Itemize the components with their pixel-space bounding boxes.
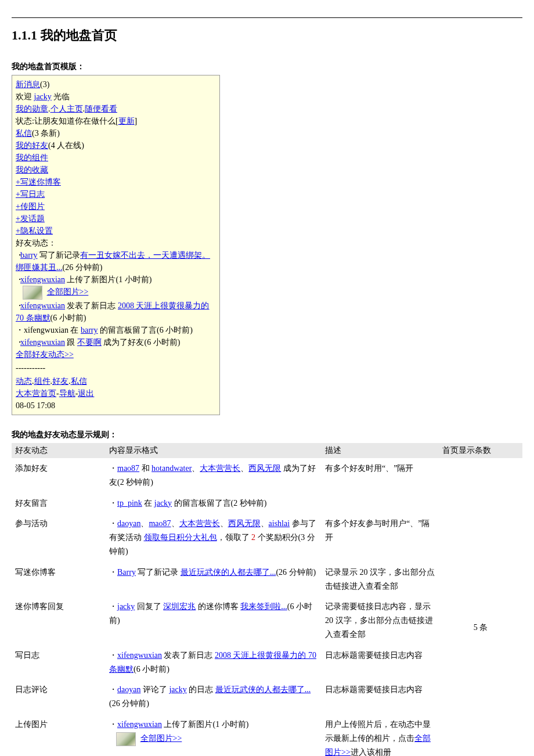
r1-u2[interactable]: hotandwater [151, 464, 192, 473]
r3-u2[interactable]: mao87 [149, 519, 171, 528]
r7-u2[interactable]: jacky [169, 685, 186, 694]
r3-u5[interactable]: aishlai [269, 519, 290, 528]
favorites-link[interactable]: 我的收藏 [16, 165, 48, 174]
feed-item-2: ・xifengwuxian 上传了新图片(1 小时前) [16, 273, 216, 286]
feed5-user-link[interactable]: xifengwuxian [20, 338, 65, 347]
cell-desc: 日志标题需要链接日志内容 [322, 679, 439, 714]
random-look-link[interactable]: 随便看看 [85, 105, 117, 113]
cell-desc: 有多个好友参与时用户“、”隔开 [322, 513, 439, 561]
cell-format: ・Barry 写了新记录 最近玩武侠的人都去哪了...(26 分钟前) [106, 562, 322, 597]
r6-u1[interactable]: xifengwuxian [117, 651, 162, 660]
r5-t2: 的迷你博客 [196, 602, 240, 611]
th-format: 内容显示格式 [106, 443, 322, 458]
my-badge-link[interactable]: 我的勋章 [16, 105, 48, 113]
r8-u1[interactable]: xifengwuxian [117, 720, 162, 729]
modules-link[interactable]: 我的组件 [16, 153, 48, 162]
cell-format: ・daoyan、mao87、大本营营长、西风无限、aishlai 参与了有奖活动… [106, 513, 322, 561]
feed3-user-link[interactable]: xifengwuxian [20, 301, 65, 310]
nav-modules-link[interactable]: 组件 [34, 377, 50, 386]
r5-u1[interactable]: jacky [117, 602, 135, 611]
bottom-nav-2: 大本营首页-导航-退出 [16, 387, 216, 399]
r4-u1[interactable]: Barry [117, 568, 136, 577]
nav-guide-link[interactable]: 导航 [59, 389, 75, 398]
nav-home-link[interactable]: 大本营首页 [16, 389, 56, 398]
newmsg-count: (3) [40, 80, 49, 89]
feed5-friend-link[interactable]: 不要啊 [77, 338, 102, 347]
feed4-post: 的留言板留了言(6 小时前) [98, 326, 193, 334]
r3-u4[interactable]: 西风无限 [228, 519, 261, 528]
r1-u1[interactable]: mao87 [117, 464, 139, 473]
mail-link[interactable]: 私信 [16, 129, 32, 138]
r3-red: 2 [251, 533, 255, 542]
r4-link[interactable]: 最近玩武侠的人都去哪了... [181, 568, 276, 577]
mail-count: (3 条新) [32, 129, 60, 138]
status-update-link[interactable]: 更新 [118, 117, 135, 125]
rules-table: 好友动态 内容显示格式 描述 首页显示条数 添加好友 ・mao87 和 hota… [12, 443, 522, 756]
r8-desc-post: 进入该相册 [351, 748, 391, 756]
template-label: 我的地盘首页模版： [12, 62, 522, 72]
feed3-text1: 发表了新日志 [65, 301, 118, 310]
r3-u1[interactable]: daoyan [117, 519, 140, 528]
my-home-link[interactable]: 个人主页 [50, 105, 83, 113]
cell-desc [322, 493, 439, 514]
r3-link[interactable]: 领取每日积分大礼包 [144, 533, 217, 542]
cell-type: 写迷你博客 [12, 562, 106, 597]
write-mini-link[interactable]: +写迷你博客 [16, 178, 61, 186]
feed2-user-link[interactable]: xifengwuxian [20, 275, 65, 284]
r8-allpics-link[interactable]: 全部图片>> [140, 734, 182, 743]
cell-desc: 有多个好友时用“、”隔开 [322, 458, 439, 493]
cell-format: ・xifengwuxian 上传了新图片(1 小时前) 全部图片>> [106, 714, 322, 756]
nav-friends-link[interactable]: 好友 [52, 377, 68, 386]
upload-pic-link[interactable]: +传图片 [16, 202, 45, 211]
r4-t1: 写了新记录 [136, 568, 181, 577]
table-header-row: 好友动态 内容显示格式 描述 首页显示条数 [12, 443, 522, 458]
feed-item-1: ・barry 写了新记录有一丑女嫁不出去，一天遭遇绑架。绑匪嫌其丑...(26 … [16, 249, 216, 273]
r5-u2[interactable]: 深圳宏兆 [163, 602, 196, 611]
r3-u3[interactable]: 大本营营长 [179, 519, 220, 528]
mail-row: 私信(3 条新) [16, 127, 216, 139]
rules-label: 我的地盘好友动态显示规则： [12, 430, 522, 440]
th-desc: 描述 [322, 443, 439, 458]
feed1-user-link[interactable]: barry [20, 251, 38, 260]
r6-time: (6 小时前) [134, 665, 169, 674]
r2-t2: 的留言板留了言(2 秒钟前) [172, 499, 266, 507]
r2-u2[interactable]: jacky [154, 499, 172, 507]
r7-t1: 评论了 [140, 685, 169, 694]
cell-desc: 记录需要链接日志内容，显示 20 汉字，多出部分点击链接进入查看全部 [322, 596, 439, 645]
all-feed-link[interactable]: 全部好友动态>> [16, 350, 74, 359]
friends-count: (4 人在线) [48, 141, 84, 150]
status-row: 状态:让朋友知道你在做什么[更新] [16, 115, 216, 127]
cell-desc: 记录显示 20 汉字，多出部分点击链接进入查看全部 [322, 562, 439, 597]
r8-thumb-icon[interactable] [116, 732, 136, 746]
write-diary-link[interactable]: +写日志 [16, 190, 45, 199]
welcome-user-link[interactable]: jacky [34, 92, 52, 101]
feed3-time: (6 小时前) [50, 314, 86, 322]
feed-item-4: ・xifengwuxian 在 barry 的留言板留了言(6 小时前) [16, 324, 216, 336]
nav-mail-link[interactable]: 私信 [71, 377, 87, 386]
post-topic-link[interactable]: +发话题 [16, 214, 45, 223]
cell-desc: 用户上传照片后，在动态中显示最新上传的相片，点击全部图片>>进入该相册 [322, 714, 439, 756]
cell-type: 写日志 [12, 645, 106, 680]
r3-s4: 、 [261, 519, 269, 528]
nav-feed-link[interactable]: 动态 [16, 377, 32, 386]
cell-type: 添加好友 [12, 458, 106, 493]
all-pics-link[interactable]: 全部图片>> [47, 287, 89, 296]
feed1-text1: 写了新记录 [38, 251, 81, 260]
r1-u3[interactable]: 大本营营长 [200, 464, 240, 473]
r5-link[interactable]: 我来签到啦... [240, 602, 287, 611]
r7-u1[interactable]: daoyan [117, 685, 140, 694]
privacy-link[interactable]: +隐私设置 [16, 226, 53, 235]
newmsg-link[interactable]: 新消息 [16, 80, 40, 89]
r4-time: (26 分钟前) [276, 568, 316, 577]
r2-u1[interactable]: tp_pink [117, 499, 142, 507]
friends-link[interactable]: 我的好友 [16, 141, 48, 150]
feed1-time: (26 分钟前) [63, 263, 103, 272]
nav-logout-link[interactable]: 退出 [78, 389, 94, 398]
feed4-pre: ・xifengwuxian 在 [16, 326, 81, 334]
feed4-user-link[interactable]: barry [81, 326, 98, 334]
r1-u4[interactable]: 西风无限 [248, 464, 281, 473]
welcome-prefix: 欢迎 [16, 92, 34, 101]
r1-t1: 和 [139, 464, 151, 473]
thumbnail-icon[interactable] [23, 286, 42, 300]
r7-link[interactable]: 最近玩武侠的人都去哪了... [215, 685, 311, 694]
